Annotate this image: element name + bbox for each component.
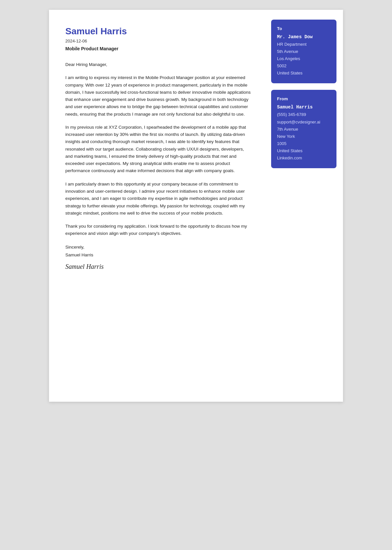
- paragraph-3: I am particularly drawn to this opportun…: [65, 181, 252, 217]
- recipient-street: 5th Avenue: [277, 48, 331, 55]
- closing-section: Sincerely, Samuel Harris: [65, 243, 252, 259]
- to-card: To Mr. James Dow HR Department 5th Avenu…: [271, 20, 336, 83]
- paragraph-1: I am writing to express my interest in t…: [65, 74, 252, 118]
- from-street: 7th Avenue: [277, 126, 331, 133]
- to-section-title: To: [277, 26, 331, 31]
- recipient-name: Mr. James Dow: [277, 34, 331, 40]
- right-column: To Mr. James Dow HR Department 5th Avenu…: [265, 10, 343, 402]
- salutation: Dear Hiring Manager,: [65, 61, 252, 68]
- paragraph-2: In my previous role at XYZ Corporation, …: [65, 124, 252, 175]
- closing-name: Samuel Harris: [65, 251, 252, 259]
- from-sender-name: Samuel Harris: [277, 105, 331, 110]
- from-card: From Samuel Harris (555) 345-6789 suppor…: [271, 90, 336, 168]
- from-city: New York: [277, 133, 331, 140]
- signature: Samuel Harris: [65, 263, 252, 270]
- sender-name: Samuel Harris: [65, 26, 252, 37]
- from-email: support@cvdesigner.ai: [277, 119, 331, 126]
- recipient-country: United States: [277, 70, 331, 77]
- from-section-title: From: [277, 96, 331, 101]
- sender-date: 2024-12-06: [65, 39, 252, 43]
- page: Samuel Harris 2024-12-06 Mobile Product …: [49, 10, 343, 402]
- from-website: Linkedin.com: [277, 154, 331, 162]
- letter-body: Dear Hiring Manager, I am writing to exp…: [65, 61, 252, 237]
- recipient-city: Los Angeles: [277, 55, 331, 62]
- recipient-zip: 5002: [277, 62, 331, 70]
- left-column: Samuel Harris 2024-12-06 Mobile Product …: [49, 10, 265, 402]
- closing-text: Sincerely,: [65, 243, 252, 251]
- paragraph-4: Thank you for considering my application…: [65, 223, 252, 237]
- sender-job-title: Mobile Product Manager: [65, 46, 252, 51]
- from-phone: (555) 345-6789: [277, 111, 331, 118]
- from-country: United States: [277, 147, 331, 154]
- recipient-department: HR Department: [277, 41, 331, 48]
- from-zip: 1005: [277, 140, 331, 147]
